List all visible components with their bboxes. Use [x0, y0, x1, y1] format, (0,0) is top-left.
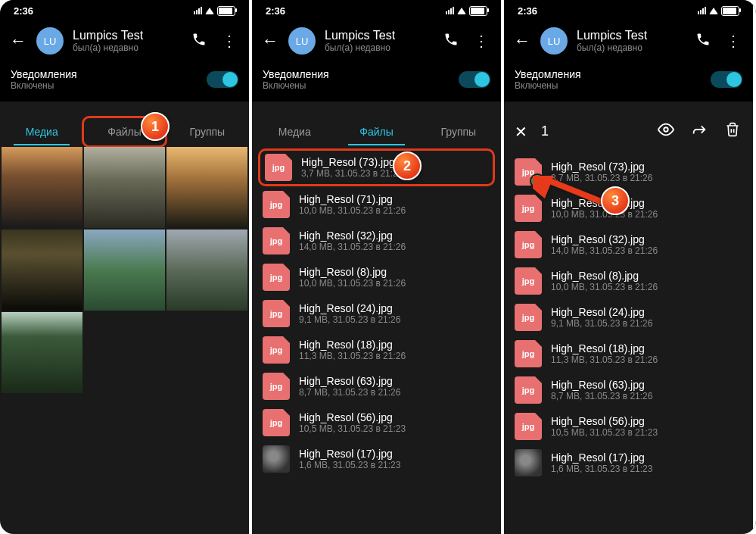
- file-row[interactable]: jpgHigh_Resol (32).jpg14,0 MB, 31.05.23 …: [252, 223, 501, 259]
- signal-icon: [698, 7, 706, 14]
- file-name: High_Resol (24).jpg: [551, 306, 652, 319]
- file-row[interactable]: jpgHigh_Resol (63).jpg8,7 MB, 31.05.23 в…: [252, 368, 501, 404]
- avatar[interactable]: LU: [540, 27, 568, 55]
- file-text: High_Resol (73).jpg3,7 MB, 31.05.23 в 21…: [301, 156, 403, 180]
- notifications-toggle[interactable]: [459, 71, 490, 88]
- file-jpg-icon: jpg: [263, 300, 290, 327]
- file-jpg-icon: jpg: [263, 409, 290, 436]
- media-thumb[interactable]: [84, 230, 165, 311]
- notifications-row[interactable]: Уведомления Включены: [252, 61, 501, 101]
- profile-header[interactable]: ← LU Lumpics Test был(а) недавно ⋮: [504, 21, 753, 61]
- avatar[interactable]: LU: [288, 27, 316, 55]
- tab-media[interactable]: Медиа: [254, 118, 335, 145]
- back-arrow-icon[interactable]: ←: [9, 31, 27, 51]
- notifications-label: Уведомления: [263, 68, 329, 80]
- profile-status: был(а) недавно: [73, 42, 143, 53]
- file-name: High_Resol (63).jpg: [299, 375, 400, 388]
- file-jpg-icon: jpg: [265, 154, 292, 181]
- file-meta: 8,7 MB, 31.05.23 в 21:26: [551, 391, 652, 401]
- media-thumb[interactable]: [2, 147, 82, 228]
- file-jpg-icon: jpg: [515, 376, 542, 404]
- file-jpg-icon: jpg: [515, 304, 542, 331]
- media-thumb[interactable]: [2, 312, 82, 393]
- file-meta: 1,6 MB, 31.05.23 в 21:23: [299, 460, 400, 470]
- file-row[interactable]: jpgHigh_Resol (18).jpg11,3 MB, 31.05.23 …: [504, 336, 753, 372]
- file-row[interactable]: jpgHigh_Resol (24).jpg9,1 MB, 31.05.23 в…: [504, 299, 753, 336]
- file-meta: 3,7 MB, 31.05.23 в 21:26: [301, 168, 403, 179]
- file-jpg-icon: jpg: [515, 413, 542, 440]
- file-jpg-icon: jpg: [263, 191, 290, 218]
- more-icon[interactable]: ⋮: [723, 32, 744, 50]
- file-meta: 14,0 MB, 31.05.23 в 21:26: [551, 245, 658, 256]
- notifications-row[interactable]: Уведомления Включены: [504, 61, 753, 101]
- file-meta: 1,6 MB, 31.05.23 в 21:23: [551, 464, 652, 474]
- tab-groups[interactable]: Группы: [167, 118, 247, 145]
- file-text: High_Resol (24).jpg9,1 MB, 31.05.23 в 21…: [299, 302, 400, 326]
- file-row[interactable]: jpgHigh_Resol (24).jpg9,1 MB, 31.05.23 в…: [252, 295, 501, 332]
- close-selection-icon[interactable]: ✕: [515, 123, 527, 141]
- status-time: 2:36: [14, 5, 33, 17]
- notifications-label: Уведомления: [11, 68, 77, 80]
- file-row[interactable]: jpgHigh_Resol (8).jpg10,0 MB, 31.05.23 в…: [504, 263, 753, 299]
- file-meta: 9,1 MB, 31.05.23 в 21:26: [551, 318, 652, 329]
- file-row[interactable]: jpgHigh_Resol (71).jpg10,0 MB, 31.05.23 …: [252, 186, 501, 223]
- profile-header[interactable]: ← LU Lumpics Test был(а) недавно ⋮: [0, 21, 249, 61]
- file-name: High_Resol (8).jpg: [551, 270, 658, 283]
- phone-icon[interactable]: [188, 32, 210, 51]
- more-icon[interactable]: ⋮: [471, 32, 492, 50]
- phone-icon[interactable]: [692, 32, 714, 51]
- file-meta: 10,0 MB, 31.05.23 в 21:26: [299, 278, 406, 289]
- file-row[interactable]: High_Resol (17).jpg1,6 MB, 31.05.23 в 21…: [252, 441, 501, 477]
- media-thumb[interactable]: [166, 230, 247, 311]
- back-arrow-icon[interactable]: ←: [513, 31, 531, 51]
- forward-icon[interactable]: [689, 121, 709, 142]
- profile-name: Lumpics Test: [577, 29, 647, 42]
- file-meta: 10,5 MB, 31.05.23 в 21:23: [299, 423, 406, 434]
- status-icons: [698, 6, 739, 16]
- profile-status: был(а) недавно: [577, 42, 647, 53]
- notifications-text: Уведомления Включены: [11, 68, 77, 91]
- file-name: High_Resol (17).jpg: [299, 448, 400, 461]
- file-meta: 10,5 MB, 31.05.23 в 21:23: [551, 427, 658, 438]
- media-thumb[interactable]: [84, 147, 165, 228]
- view-icon[interactable]: [656, 121, 676, 142]
- status-icons: [194, 6, 235, 16]
- notifications-toggle[interactable]: [207, 71, 238, 88]
- file-meta: 10,0 MB, 31.05.23 в 21:26: [551, 282, 658, 292]
- tab-files[interactable]: Файлы: [335, 118, 417, 145]
- phone-icon[interactable]: [440, 32, 462, 51]
- back-arrow-icon[interactable]: ←: [261, 31, 279, 51]
- file-row[interactable]: jpgHigh_Resol (56).jpg10,5 MB, 31.05.23 …: [504, 408, 753, 445]
- media-thumb[interactable]: [2, 230, 82, 311]
- notifications-toggle[interactable]: [711, 71, 742, 88]
- wifi-icon: [457, 8, 466, 14]
- file-row[interactable]: jpgHigh_Resol (56).jpg10,5 MB, 31.05.23 …: [252, 404, 501, 441]
- more-icon[interactable]: ⋮: [219, 32, 240, 50]
- file-row[interactable]: jpgHigh_Resol (8).jpg10,0 MB, 31.05.23 в…: [252, 259, 501, 295]
- tab-groups[interactable]: Группы: [418, 118, 499, 145]
- notifications-row[interactable]: Уведомления Включены: [0, 61, 249, 101]
- media-thumb[interactable]: [166, 147, 247, 228]
- svg-line-1: [540, 177, 605, 203]
- annotation-badge-1: 1: [141, 112, 170, 141]
- trash-icon[interactable]: [723, 122, 742, 141]
- profile-header[interactable]: ← LU Lumpics Test был(а) недавно ⋮: [252, 21, 501, 61]
- file-jpg-icon: jpg: [515, 231, 542, 258]
- file-row[interactable]: jpgHigh_Resol (63).jpg8,7 MB, 31.05.23 в…: [504, 372, 753, 408]
- file-row[interactable]: jpgHigh_Resol (73).jpg3,7 MB, 31.05.23 в…: [258, 148, 495, 186]
- file-row[interactable]: jpgHigh_Resol (18).jpg11,3 MB, 31.05.23 …: [252, 332, 501, 368]
- file-list: jpgHigh_Resol (73).jpg3,7 MB, 31.05.23 в…: [252, 145, 501, 480]
- tab-media[interactable]: Медиа: [2, 118, 82, 145]
- file-row[interactable]: jpgHigh_Resol (32).jpg14,0 MB, 31.05.23 …: [504, 226, 753, 263]
- file-meta: 11,3 MB, 31.05.23 в 21:26: [551, 354, 658, 365]
- file-name: High_Resol (32).jpg: [299, 230, 406, 242]
- avatar[interactable]: LU: [36, 27, 64, 55]
- file-text: High_Resol (71).jpg10,0 MB, 31.05.23 в 2…: [299, 193, 406, 217]
- file-row[interactable]: High_Resol (17).jpg1,6 MB, 31.05.23 в 21…: [504, 445, 753, 481]
- file-text: High_Resol (18).jpg11,3 MB, 31.05.23 в 2…: [299, 339, 406, 362]
- battery-icon: [469, 6, 487, 16]
- notifications-label: Уведомления: [515, 68, 581, 80]
- file-jpg-icon: jpg: [515, 340, 542, 367]
- notifications-text: Уведомления Включены: [263, 68, 329, 91]
- status-icons: [446, 6, 487, 16]
